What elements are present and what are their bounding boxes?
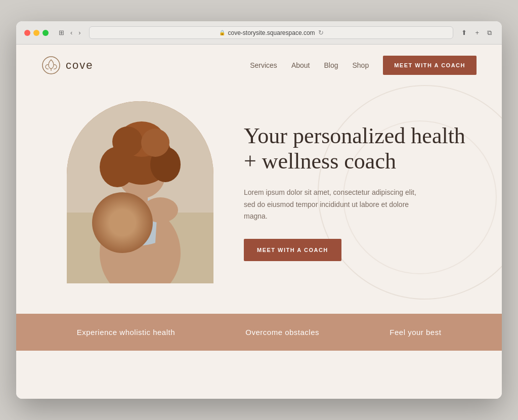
sidebar-toggle[interactable]: ⊞ [57,28,66,37]
svg-point-14 [141,129,169,157]
nav-link-shop[interactable]: Shop [353,61,369,69]
browser-chrome: ⊞ ‹ › 🔒 cove-storysite.squarespace.com ↻… [16,21,502,45]
browser-controls: ⊞ ‹ › [57,28,83,37]
windows-button[interactable]: ⧉ [485,28,494,38]
forward-button[interactable]: › [76,28,82,37]
nav-link-blog[interactable]: Blog [324,61,338,69]
hero-cta-button[interactable]: MEET WITH A COACH [244,239,341,261]
fullscreen-button[interactable] [42,30,49,36]
logo-icon [41,56,61,75]
lock-icon: 🔒 [219,30,225,35]
banner-item-3: Feel your best [390,328,441,337]
banner-item-1: Experience wholistic health [77,328,175,337]
svg-point-0 [42,57,60,74]
nav-cta-button[interactable]: MEET WITH A COACH [383,56,477,75]
banner-item-2: Overcome obstacles [245,328,319,337]
hero-image [67,101,213,283]
hero-section: Your personalized health + wellness coac… [16,86,502,314]
add-tab-button[interactable]: + [473,28,481,38]
minimize-button[interactable] [33,30,39,36]
reload-icon: ↻ [318,29,324,36]
back-button[interactable]: ‹ [68,28,74,37]
browser-actions: ⬆ + ⧉ [459,28,494,38]
logo-text: cove [66,59,93,72]
hero-title: Your personalized health + wellness coac… [244,123,477,175]
nav-link-services[interactable]: Services [250,61,277,69]
hero-image-container [67,101,213,283]
hero-content: Your personalized health + wellness coac… [244,123,477,262]
nav-link-about[interactable]: About [291,61,310,69]
share-button[interactable]: ⬆ [459,28,469,38]
nav-links: Services About Blog Shop MEET WITH A COA… [250,56,477,75]
svg-point-6 [143,197,178,223]
traffic-lights [24,30,49,36]
url-text: cove-storysite.squarespace.com [228,29,315,36]
navbar: cove Services About Blog Shop MEET WITH … [16,45,502,86]
hero-photo-svg [67,101,213,283]
logo[interactable]: cove [41,56,93,75]
bottom-banner: Experience wholistic health Overcome obs… [16,314,502,351]
svg-point-5 [102,200,138,225]
hero-body: Lorem ipsum dolor sit amet, consectetur … [244,187,426,223]
svg-point-13 [112,127,143,157]
browser-window: ⊞ ‹ › 🔒 cove-storysite.squarespace.com ↻… [16,21,502,399]
close-button[interactable] [24,30,30,36]
website-content: cove Services About Blog Shop MEET WITH … [16,45,502,399]
address-bar[interactable]: 🔒 cove-storysite.squarespace.com ↻ [89,26,454,39]
